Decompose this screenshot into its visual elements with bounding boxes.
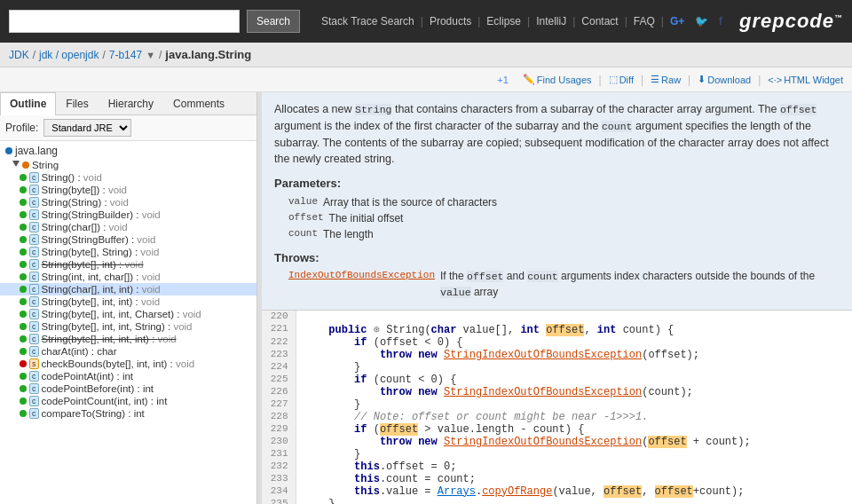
toolbar-gplus[interactable]: +1 (497, 75, 509, 85)
nav-intellij[interactable]: IntelliJ (531, 15, 572, 28)
version-arrow[interactable]: ▼ (146, 50, 155, 60)
line-num-225: 225 (262, 374, 296, 386)
tree-item-17[interactable]: c codePointBefore(int) : int (0, 382, 256, 395)
line-num-223: 223 (262, 349, 296, 361)
breadcrumb-current: java.lang.String (165, 48, 251, 61)
sioob-link-1[interactable]: StringIndexOutOfBoundsException (444, 349, 642, 361)
copyofrange-link[interactable]: copyOfRange (482, 485, 552, 498)
tab-hierarchy[interactable]: Hierarchy (99, 92, 163, 114)
tree-item-2[interactable]: c String(String) : void (0, 196, 256, 209)
item-dot-12 (20, 323, 27, 330)
nav-social-g[interactable]: G+ (665, 15, 690, 28)
exception-link[interactable]: IndexOutOfBoundsException (288, 268, 435, 301)
item-dot-8 (20, 273, 27, 280)
tree-item-14[interactable]: c charAt(int) : char (0, 345, 256, 358)
value-code: value (440, 287, 471, 298)
arrays-link[interactable]: Arrays (438, 485, 476, 498)
tree-item-8[interactable]: c String(int, int, char[]) : void (0, 271, 256, 283)
tree-item-16[interactable]: c codePointAt(int) : int (0, 370, 256, 382)
line-num-227: 227 (262, 398, 296, 411)
class-label: String (32, 160, 251, 170)
item-label-5: String(StringBuffer) : void (42, 234, 252, 245)
param-name-value: value (288, 194, 318, 210)
class-dot (22, 161, 29, 169)
param-value: value Array that is the source of charac… (288, 194, 840, 210)
tree-item-10[interactable]: c String(byte[], int, int) : void (0, 295, 256, 308)
param-count: count The length (288, 226, 840, 242)
tree-item-11[interactable]: c String(byte[], int, int, Charset) : vo… (0, 308, 256, 320)
nav-products[interactable]: Products (424, 15, 477, 28)
nav-eclipse[interactable]: Eclipse (481, 15, 526, 28)
tree-item-7[interactable]: c String(byte[], int) : void (0, 258, 256, 271)
item-type-6: c (29, 247, 39, 257)
bc-sep-1: / (33, 49, 36, 61)
line-num-228: 228 (262, 411, 296, 423)
tree-item-3[interactable]: c String(StringBuilder) : void (0, 209, 256, 221)
sidebar-tabs: Outline Files Hierarchy Comments (0, 92, 256, 115)
kw-if3: if (354, 423, 367, 436)
diff-icon: ⬚ (609, 74, 618, 85)
tree-item-9[interactable]: c String(char[], int, int) : void (0, 283, 256, 295)
toolbar-download[interactable]: ⬇ Download (698, 74, 751, 85)
line-num-229: 229 (262, 423, 296, 436)
item-type-17: c (29, 383, 39, 394)
item-label-7: String(byte[], int) : void (42, 259, 252, 270)
kw-if1: if (354, 336, 367, 349)
item-dot-15 (20, 360, 27, 367)
item-label-17: codePointBefore(int) : int (42, 383, 252, 394)
nav-stack-trace[interactable]: Stack Trace Search (316, 15, 420, 28)
code-line-230: throw new StringIndexOutOfBoundsExceptio… (296, 436, 852, 448)
code-line-223: throw new StringIndexOutOfBoundsExceptio… (296, 349, 852, 361)
tree-root-package[interactable]: java.lang (0, 143, 256, 159)
constructor-symbol: ⊛ (374, 324, 380, 336)
nav-social-f[interactable]: f (714, 15, 727, 28)
tree-item-15[interactable]: s checkBounds(byte[], int, int) : void (0, 358, 256, 370)
tree-item-19[interactable]: c compareTo(String) : int (0, 407, 256, 420)
code-line-220 (296, 311, 852, 323)
breadcrumb-openjdk[interactable]: jdk / openjdk (39, 49, 99, 61)
toolbar-find-usages[interactable]: ✏️ Find Usages (523, 74, 592, 85)
tree-item-18[interactable]: c codePointCount(int, int) : int (0, 395, 256, 407)
code-row-226: 226 throw new StringIndexOutOfBoundsExce… (262, 386, 852, 398)
toolbar-diff[interactable]: ⬚ Diff (609, 74, 634, 85)
sioob-link-2[interactable]: StringIndexOutOfBoundsException (444, 386, 642, 398)
tree-item-5[interactable]: c String(StringBuffer) : void (0, 233, 256, 246)
nav-social-t[interactable]: 🐦 (690, 15, 714, 28)
tree-item-1[interactable]: c String(byte[]) : void (0, 184, 256, 196)
tree-item-4[interactable]: c String(char[]) : void (0, 221, 256, 233)
tree-item-13[interactable]: c String(byte[], int, int, int) : void (0, 333, 256, 345)
item-label-2: String(String) : void (42, 197, 252, 208)
tree-item-0[interactable]: c String() : void (0, 171, 256, 184)
throws-title: Throws: (274, 249, 840, 267)
breadcrumb-version[interactable]: 7-b147 (109, 49, 142, 61)
nav-faq[interactable]: FAQ (628, 15, 660, 28)
search-input[interactable] (9, 10, 240, 33)
code-row-221: 221 public ⊛ String(char value[], int of… (262, 323, 852, 336)
toolbar-raw[interactable]: ☰ Raw (651, 74, 681, 85)
sioob-link-3[interactable]: StringIndexOutOfBoundsException (444, 436, 642, 448)
tree-item-6[interactable]: c String(byte[], String) : void (0, 246, 256, 258)
raw-icon: ☰ (651, 74, 659, 85)
expand-icon (12, 161, 20, 170)
tab-outline[interactable]: Outline (0, 92, 56, 115)
item-label-3: String(StringBuilder) : void (42, 209, 252, 220)
item-type-12: c (29, 321, 39, 332)
doc-offset-term: offset (780, 104, 816, 115)
breadcrumb-jdk[interactable]: JDK (9, 49, 29, 61)
item-label-11: String(byte[], int, int, Charset) : void (42, 309, 252, 319)
hl-offset5: offset (655, 485, 693, 498)
tree-item-12[interactable]: c String(byte[], int, int, String) : voi… (0, 320, 256, 333)
code-row-222: 222 if (offset < 0) { (262, 336, 852, 349)
nav-contact[interactable]: Contact (576, 15, 623, 28)
kw-int1: int (520, 324, 540, 336)
offset-code: offset (467, 271, 503, 282)
hl-offset: offset (546, 324, 584, 336)
toolbar-html-widget[interactable]: <·> HTML Widget (768, 75, 843, 85)
search-button[interactable]: Search (247, 10, 300, 33)
code-row-223: 223 throw new StringIndexOutOfBoundsExce… (262, 349, 852, 361)
site-logo: grepcode™ (739, 10, 843, 33)
tab-comments[interactable]: Comments (163, 92, 234, 114)
tree-class-string[interactable]: String (0, 159, 256, 171)
tab-files[interactable]: Files (56, 92, 98, 114)
profile-select[interactable]: Standard JRE (43, 119, 131, 137)
